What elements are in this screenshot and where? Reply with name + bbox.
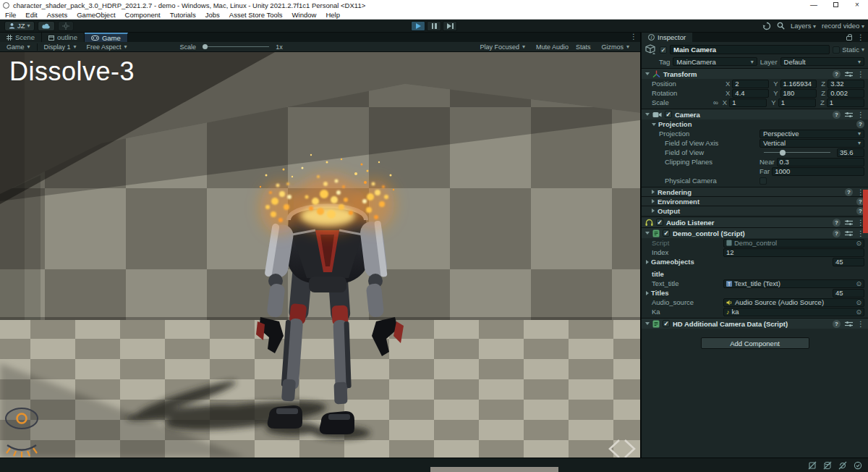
minimize-button[interactable]: — (803, 0, 825, 10)
scale-z-field[interactable]: 1 (827, 98, 864, 107)
menu-assets[interactable]: Assets (47, 11, 68, 19)
play-focused-dropdown[interactable]: Play Focused▾ (476, 42, 529, 52)
cloud-button[interactable] (38, 21, 55, 31)
layer-dropdown[interactable]: Default▾ (780, 57, 864, 66)
object-picker-icon[interactable]: ⊙ (856, 280, 861, 287)
help-icon[interactable]: ? (845, 188, 853, 196)
add-component-button[interactable]: Add Component (701, 337, 809, 349)
audio-source-object-field[interactable]: Audio Source (Audio Source) ⊙ (723, 298, 864, 307)
account-dropdown[interactable]: JZ ▾ (4, 21, 35, 31)
help-icon[interactable]: ? (833, 320, 841, 328)
menu-jobs[interactable]: Jobs (205, 11, 220, 19)
gameobjects-size-field[interactable]: 45 (833, 258, 864, 266)
foldout-open-icon[interactable] (645, 322, 650, 325)
presets-icon[interactable] (845, 219, 853, 226)
titles-size-field[interactable]: 45 (833, 289, 864, 298)
foldout-open-icon[interactable] (645, 232, 650, 235)
presets-icon[interactable] (845, 321, 853, 327)
menu-tutorials[interactable]: Tutorials (170, 11, 196, 19)
ka-object-field[interactable]: ♪ ka ⊙ (723, 308, 864, 316)
foldout-open-icon[interactable] (645, 72, 650, 75)
chevron-down-icon[interactable]: ▾ (861, 46, 864, 53)
play-button[interactable] (411, 21, 425, 31)
menu-file[interactable]: File (5, 11, 16, 19)
position-z-field[interactable]: 3.32 (827, 80, 864, 88)
search-icon[interactable] (777, 22, 785, 30)
help-icon[interactable]: ? (856, 120, 864, 128)
physical-camera-checkbox[interactable] (760, 177, 767, 185)
tab-scene[interactable]: Scene (0, 33, 42, 42)
position-x-field[interactable]: 2 (732, 80, 769, 88)
services-button[interactable] (58, 21, 74, 31)
menu-gameobject[interactable]: GameObject (77, 11, 115, 19)
gameobject-name-field[interactable]: Main Camera (670, 45, 830, 54)
transform-header[interactable]: Transform ? ⋮ (642, 68, 868, 79)
camera-enabled-checkbox[interactable]: ✓ (665, 111, 672, 118)
object-picker-icon[interactable]: ⊙ (856, 240, 861, 247)
active-checkbox[interactable]: ✓ (660, 46, 667, 54)
aspect-dropdown[interactable]: Free Aspect▾ (83, 42, 131, 52)
index-field[interactable]: 12 (723, 248, 864, 257)
audio-listener-checkbox[interactable]: ✓ (656, 219, 663, 226)
scale-y-field[interactable]: 1 (778, 98, 816, 107)
refresh-muted-icon[interactable] (838, 461, 847, 470)
component-menu-icon[interactable]: ⋮ (857, 111, 864, 119)
object-picker-icon[interactable]: ⊙ (856, 308, 861, 316)
cache-muted-icon[interactable] (808, 461, 817, 470)
mute-audio-toggle[interactable]: Mute Audio (536, 43, 569, 51)
help-icon[interactable]: ? (833, 229, 841, 237)
menu-help[interactable]: Help (326, 11, 340, 19)
layers-dropdown[interactable]: Layers ▾ (791, 22, 816, 30)
fov-slider[interactable] (764, 152, 830, 153)
help-icon[interactable]: ? (833, 219, 841, 227)
game-view-dropdown[interactable]: Game▾ (3, 42, 34, 52)
hd-camera-data-checkbox[interactable]: ✓ (663, 320, 670, 327)
restore-button[interactable] (825, 0, 846, 10)
far-field[interactable]: 1000 (772, 167, 864, 176)
eye-open-icon[interactable] (6, 408, 38, 429)
foldout-open-icon[interactable] (645, 113, 650, 116)
layout-dropdown[interactable]: record video ▾ (822, 22, 864, 30)
demo-control-checkbox[interactable]: ✓ (663, 229, 670, 237)
scale-x-field[interactable]: 1 (729, 98, 767, 107)
rotation-z-field[interactable]: 0.002 (827, 89, 864, 98)
scale-slider-knob[interactable] (203, 44, 208, 49)
audio-listener-header[interactable]: ✓ Audio Listener ? ⋮ (642, 216, 868, 227)
position-y-field[interactable]: 1.165934 (780, 80, 817, 88)
menu-asset-store-tools[interactable]: Asset Store Tools (229, 11, 283, 19)
output-section[interactable]: Output ? (642, 206, 868, 215)
tab-outline[interactable]: outline (42, 33, 85, 42)
inspector-menu-icon[interactable]: ⋮ (857, 33, 864, 41)
scale-slider[interactable] (203, 46, 269, 47)
lock-icon[interactable] (846, 36, 852, 41)
script-object-field[interactable]: Demo_control ⊙ (723, 239, 864, 248)
game-viewport[interactable]: Dissolve-3 (0, 52, 640, 458)
tab-game[interactable]: Game (85, 33, 128, 42)
menu-edit[interactable]: Edit (25, 11, 37, 19)
gameobjects-row[interactable]: Gameobjects 45 (642, 257, 868, 266)
fov-axis-dropdown[interactable]: Vertical▾ (760, 139, 864, 148)
pause-button[interactable] (427, 21, 441, 31)
undo-history-icon[interactable] (762, 22, 771, 30)
object-picker-icon[interactable]: ⊙ (856, 299, 861, 306)
camera-header[interactable]: ✓ Camera ? ⋮ (642, 109, 868, 119)
help-icon[interactable]: ? (833, 111, 841, 119)
fov-value-field[interactable]: 35.6 (837, 148, 864, 157)
demo-control-header[interactable]: ✓ Demo_control (Script) ? ⋮ (642, 227, 868, 238)
near-field[interactable]: 0.3 (777, 158, 864, 167)
rendering-section[interactable]: Rendering ?⋮ (642, 187, 868, 196)
text-title-object-field[interactable]: T Text_title (Text) ⊙ (723, 279, 864, 288)
constrain-proportions-icon[interactable]: ∞ (713, 98, 718, 106)
component-menu-icon[interactable]: ⋮ (857, 320, 864, 328)
presets-icon[interactable] (845, 230, 853, 237)
step-button[interactable] (443, 21, 457, 31)
rotation-y-field[interactable]: 180 (780, 89, 817, 98)
tag-dropdown[interactable]: MainCamera▾ (673, 57, 757, 66)
presets-icon[interactable] (845, 111, 853, 118)
panel-menu-icon[interactable]: ⋮ (630, 33, 637, 41)
cube-icon[interactable] (645, 44, 657, 55)
projection-dropdown[interactable]: Perspective▾ (760, 130, 864, 138)
activity-ok-icon[interactable] (854, 461, 862, 470)
component-menu-icon[interactable]: ⋮ (857, 70, 864, 78)
environment-section[interactable]: Environment ? (642, 196, 868, 206)
